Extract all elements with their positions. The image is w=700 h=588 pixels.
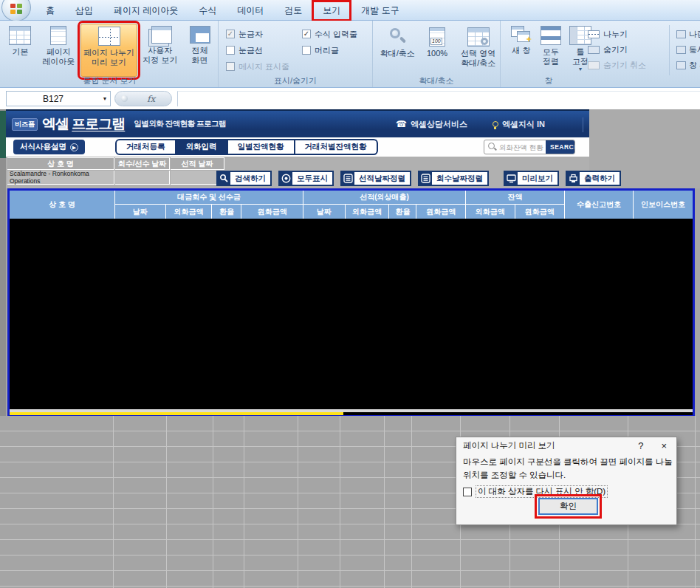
office-logo-icon <box>10 4 22 15</box>
page-layout-icon <box>50 26 66 45</box>
filter-collect-date-value[interactable] <box>115 171 170 185</box>
reset-window-position-button[interactable]: 창 위 <box>676 58 700 73</box>
filter-company-value[interactable]: Scalamandre - Ronkonkoma Operations <box>7 171 114 185</box>
split-button[interactable]: 나누기 <box>588 27 646 42</box>
custom-views-button[interactable]: 사용자 지정 보기 <box>137 24 183 77</box>
tab-home[interactable]: 홈 <box>35 1 65 21</box>
button-label: 모두표시 <box>292 174 332 184</box>
help-button[interactable]: ? <box>638 441 643 451</box>
checkbox-label: 수식 입력줄 <box>315 29 357 40</box>
close-icon[interactable]: × <box>661 441 667 451</box>
chevron-down-icon[interactable]: ▼ <box>100 96 110 101</box>
checkbox-checked-icon: ✓ <box>226 30 235 38</box>
new-window-button[interactable]: 새 창 <box>507 24 536 72</box>
printer-icon <box>567 172 580 185</box>
checkbox-unchecked-icon <box>226 62 235 71</box>
page-break-preview-button[interactable]: 페이지 나누기 미리 보기 <box>80 24 137 77</box>
button-label: 화면 <box>192 55 208 65</box>
column-group-balance: 잔액 외화금액 원화금액 <box>466 191 565 219</box>
checkbox-label: 눈금자 <box>239 29 263 40</box>
view-side-by-side-button[interactable]: 나란 <box>676 27 700 42</box>
button-label: 기본 <box>12 47 28 57</box>
page-break-preview-icon <box>98 27 120 46</box>
sort-by-ship-date-button[interactable]: 선적날짜정렬 <box>340 171 411 186</box>
message-bar-checkbox[interactable]: 메시지 표시줄 <box>226 61 289 72</box>
chevron-down-icon: ▼ <box>578 66 583 72</box>
unhide-button[interactable]: 숨기기 취소 <box>588 58 646 73</box>
tab-client-register[interactable]: 거래처등록 <box>117 140 175 154</box>
search-input[interactable] <box>497 143 546 151</box>
insert-function-area: fx <box>114 91 172 106</box>
sort-by-collect-date-button[interactable]: 회수날짜정렬 <box>418 171 489 186</box>
tab-data[interactable]: 데이터 <box>227 1 274 21</box>
redacted-table-data <box>10 219 693 409</box>
search-box: SEARCH <box>484 140 575 154</box>
office-button[interactable] <box>1 0 31 21</box>
knowledge-link[interactable]: 엑셀지식 IN <box>493 119 545 130</box>
ribbon-tab-bar: 홈 삽입 페이지 레이아웃 수식 데이터 검토 보기 개발 도구 <box>0 0 700 21</box>
name-box[interactable]: B127 ▼ <box>6 91 111 106</box>
search-button[interactable]: SEARCH <box>546 140 575 154</box>
app-nav-row: 서식사용설명 ▶ 거래처등록 외화입력 일별잔액현황 거래처별잔액현황 SEAR… <box>6 137 589 157</box>
support-link[interactable]: ☎엑셀상담서비스 <box>396 119 467 130</box>
column-header-rate: 환율 <box>389 205 416 219</box>
dont-show-again-checkbox[interactable]: 이 대화 상자를 다시 표시 안 함(D) <box>456 481 676 498</box>
tab-view[interactable]: 보기 <box>312 1 351 21</box>
full-screen-button[interactable]: 전체 화면 <box>183 24 216 77</box>
data-table: 상 호 명 대금회수 및 선수금 날짜 외화금액 환율 원화금액 선적(외상매출… <box>7 188 695 417</box>
ok-button[interactable]: 확인 <box>538 498 598 515</box>
group-label: 확대/축소 <box>373 75 500 86</box>
print-button[interactable]: 출력하기 <box>566 171 621 186</box>
synchronous-scrolling-button[interactable]: 동시 <box>676 42 700 58</box>
button-label: 창 위 <box>689 60 700 71</box>
phone-icon: ☎ <box>396 119 407 129</box>
headings-checkbox[interactable]: 머리글 <box>302 44 339 56</box>
tab-client-balance[interactable]: 거래처별잔액현황 <box>294 140 377 154</box>
group-window: 새 창 모두 정렬 틀 고정 ▼ 나누기 <box>501 21 700 87</box>
normal-view-button[interactable]: 기본 <box>4 24 36 77</box>
column-group-ship: 선적(외상매출) 날짜 외화금액 환율 원화금액 <box>303 191 466 219</box>
fx-icon[interactable]: fx <box>147 94 155 104</box>
hide-button[interactable]: 숨기기 <box>588 42 646 58</box>
zoom-to-selection-button[interactable]: 선택 영역 확대/축소 <box>457 25 500 68</box>
gridlines-checkbox[interactable]: 눈금선 <box>226 44 263 56</box>
preview-button[interactable]: 미리보기 <box>504 171 559 186</box>
full-screen-icon <box>190 26 210 44</box>
filter-header-collect-date: 회수/선수 날짜 <box>115 157 170 170</box>
sync-scroll-icon <box>676 46 686 54</box>
column-header-date: 날짜 <box>115 205 166 219</box>
column-header-krw-amount: 원화금액 <box>241 205 303 219</box>
tab-insert[interactable]: 삽입 <box>65 1 103 21</box>
button-label: 확대/축소 <box>380 49 415 58</box>
arrange-all-button[interactable]: 모두 정렬 <box>536 24 566 72</box>
page-layout-view-button[interactable]: 페이지 레이아웃 <box>36 24 81 77</box>
formula-input[interactable] <box>177 91 700 106</box>
tab-formulas[interactable]: 수식 <box>188 1 227 21</box>
tab-daily-balance[interactable]: 일별잔액현황 <box>227 140 294 154</box>
button-label: 페이지 <box>47 47 71 57</box>
zoom-button[interactable]: 확대/축소 <box>377 25 418 68</box>
checkbox-label: 이 대화 상자를 다시 표시 안 함(D) <box>476 485 608 498</box>
group-label: 통합 문서 보기 <box>1 75 218 86</box>
button-label: 회수날짜정렬 <box>432 174 487 184</box>
formula-bar-checkbox[interactable]: ✓ 수식 입력줄 <box>302 28 357 40</box>
arrow-circle-icon: ▶ <box>70 143 78 151</box>
ruler-checkbox[interactable]: ✓ 눈금자 <box>226 28 263 40</box>
button-label: 고정 <box>572 57 589 66</box>
zoom-100-button[interactable]: 100 100% <box>422 25 453 68</box>
search-records-button[interactable]: 검색하기 <box>216 171 272 186</box>
excel-window: 홈 삽입 페이지 레이아웃 수식 데이터 검토 보기 개발 도구 기본 페이지 … <box>0 0 700 588</box>
tab-review[interactable]: 검토 <box>274 1 312 21</box>
tab-page-layout[interactable]: 페이지 레이아웃 <box>103 1 188 21</box>
button-label: 선적날짜정렬 <box>354 174 410 184</box>
column-header-date: 날짜 <box>303 205 346 219</box>
tab-developer[interactable]: 개발 도구 <box>351 1 409 21</box>
usage-guide-button[interactable]: 서식사용설명 ▶ <box>13 140 85 154</box>
column-header-fc-amount: 외화금액 <box>466 205 515 219</box>
tab-currency-input[interactable]: 외화입력 <box>175 140 227 154</box>
reset-position-icon <box>676 61 686 69</box>
formula-bar-row: B127 ▼ fx <box>0 87 700 109</box>
show-all-button[interactable]: 모두표시 <box>278 171 334 186</box>
group-label: 창 <box>501 75 597 86</box>
app-header: 비즈폼 엑셀 프로그램 일별외화 잔액현황 프로그램 ☎엑셀상담서비스 엑셀지식… <box>6 109 589 137</box>
